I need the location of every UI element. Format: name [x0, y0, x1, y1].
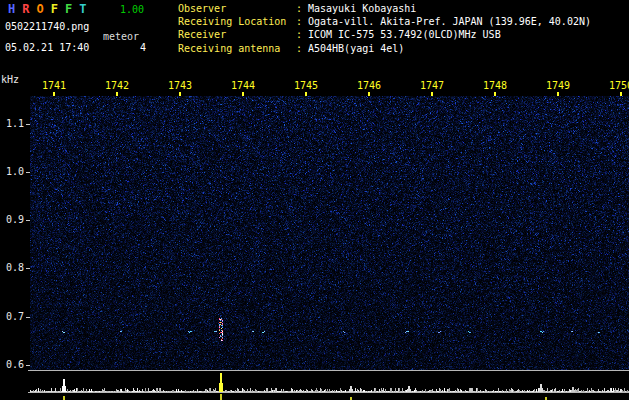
datetime-label: 05.02.21 17:40 [5, 42, 89, 53]
info-label: Observer [178, 2, 296, 15]
logo-letter: F [51, 2, 58, 16]
time-label: 1747 [420, 80, 444, 91]
info-colon: : [296, 28, 308, 41]
info-row: Receiving antenna:A504HB(yagi 4el) [178, 42, 591, 55]
freq-label: 1.0 [0, 166, 24, 177]
time-label: 1744 [231, 80, 255, 91]
info-label: Receiving Location [178, 15, 296, 28]
time-label: 1750 [609, 80, 629, 91]
time-label: 1746 [357, 80, 381, 91]
freq-label: 0.8 [0, 262, 24, 273]
logo-letter: O [36, 2, 43, 16]
output-filename: 0502211740.png [5, 21, 89, 32]
observation-info: Observer:Masayuki KobayashiReceiving Loc… [178, 2, 591, 55]
time-label: 1742 [105, 80, 129, 91]
freq-label: 1.1 [0, 118, 24, 129]
amplitude-strip [28, 370, 629, 393]
meteor-marker-tick [220, 394, 222, 400]
logo-letter: F [65, 2, 72, 16]
app-version: 1.00 [120, 4, 144, 15]
time-label: 1745 [294, 80, 318, 91]
mode-label: meteor [103, 31, 139, 42]
app-logo: HROFFT [8, 2, 93, 16]
info-label: Receiver [178, 28, 296, 41]
info-row: Observer:Masayuki Kobayashi [178, 2, 591, 15]
meteor-count: 4 [140, 42, 146, 53]
info-value: A504HB(yagi 4el) [308, 42, 404, 55]
info-colon: : [296, 15, 308, 28]
logo-letter: R [22, 2, 29, 16]
hrofft-screen: HROFFT 1.00 0502211740.png meteor 4 05.0… [0, 0, 629, 400]
logo-letter: H [8, 2, 15, 16]
time-label: 1741 [42, 80, 66, 91]
freq-label: 0.6 [0, 359, 24, 370]
meteor-marker-strip [28, 393, 629, 400]
info-value: ICOM IC-575 53.7492(0LCD)MHz USB [308, 28, 501, 41]
meteor-marker-tick [63, 396, 65, 400]
info-value: Masayuki Kobayashi [308, 2, 416, 15]
amplitude-canvas [28, 371, 629, 392]
time-label: 1748 [483, 80, 507, 91]
info-label: Receiving antenna [178, 42, 296, 55]
freq-unit-label: kHz [1, 74, 19, 85]
time-label: 1743 [168, 80, 192, 91]
info-colon: : [296, 2, 308, 15]
spectrogram-canvas [30, 96, 629, 370]
time-label: 1749 [546, 80, 570, 91]
info-colon: : [296, 42, 308, 55]
info-row: Receiver:ICOM IC-575 53.7492(0LCD)MHz US… [178, 28, 591, 41]
logo-letter: T [79, 2, 86, 16]
info-value: Ogata-vill. Akita-Pref. JAPAN (139.96E, … [308, 15, 591, 28]
freq-label: 0.9 [0, 214, 24, 225]
freq-label: 0.7 [0, 311, 24, 322]
info-row: Receiving Location:Ogata-vill. Akita-Pre… [178, 15, 591, 28]
